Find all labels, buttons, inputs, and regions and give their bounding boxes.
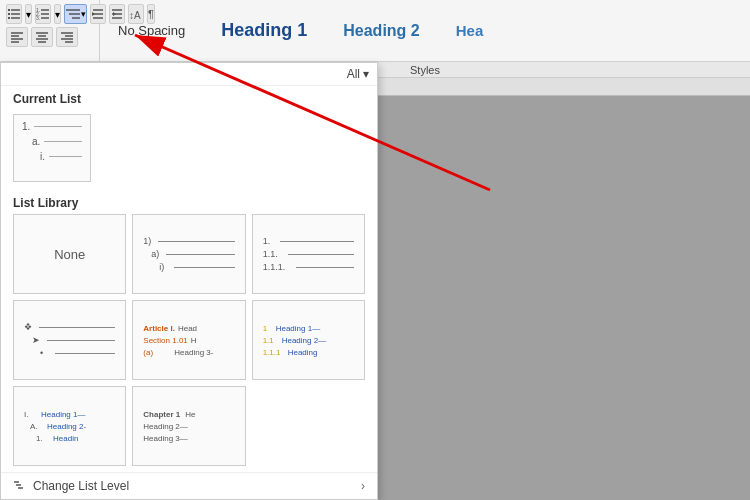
- lib-row-2n: 1.1.: [263, 249, 354, 259]
- toolbar-row-1: ▾ 1.2.3. ▾ ▾ ↕A ¶: [6, 4, 93, 24]
- ordered-list-dropdown[interactable]: ▾: [54, 4, 61, 24]
- library-item-legal[interactable]: Article I. Head Section 1.01 H (a) Headi…: [132, 300, 245, 380]
- current-list-area: 1. a. i.: [1, 110, 377, 190]
- lib-row-hn3: 1.1.1 Heading: [263, 348, 354, 357]
- library-grid: None 1) a) i): [13, 214, 365, 466]
- lib-row-r2: A. Heading 2-: [30, 422, 115, 431]
- library-item-alpha[interactable]: 1) a) i): [132, 214, 245, 294]
- library-item-chapter[interactable]: Chapter 1 He Heading 2— Heading 3—: [132, 386, 245, 466]
- lib-row-hn2: 1.1 Heading 2—: [263, 336, 354, 345]
- all-filter-btn[interactable]: All ▾: [347, 67, 369, 81]
- lib-row-2a: a): [151, 249, 234, 259]
- list-line-1: 1.: [22, 121, 82, 132]
- style-heading3[interactable]: Hea: [448, 20, 492, 41]
- lib-row-r1: I. Heading 1—: [24, 410, 115, 419]
- align-left-btn[interactable]: [6, 27, 28, 47]
- current-list-title: Current List: [1, 86, 377, 110]
- lib-row-l1: Article I. Head: [143, 324, 234, 333]
- lib-row-c1: Chapter 1 He: [143, 410, 234, 419]
- toolbar-row-2: [6, 27, 93, 47]
- lib-row-3n: 1.1.1.: [263, 262, 354, 272]
- lib-row-r3: 1. Headin: [36, 434, 115, 443]
- chevron-right-icon: ›: [361, 479, 365, 493]
- list-toolbar: ▾ 1.2.3. ▾ ▾ ↕A ¶: [0, 0, 100, 61]
- style-heading1[interactable]: Heading 1: [213, 18, 315, 43]
- list-line-3: i.: [40, 151, 82, 162]
- lib-row-b3: •: [40, 348, 115, 358]
- ordered-list-btn[interactable]: 1.2.3.: [35, 4, 51, 24]
- current-list-box[interactable]: 1. a. i.: [13, 114, 91, 182]
- svg-marker-18: [92, 12, 95, 16]
- lib-row-b2: ➤: [32, 335, 115, 345]
- lib-row-1a: 1): [143, 236, 234, 246]
- change-level-icon: [13, 480, 27, 492]
- unordered-list-btn[interactable]: [6, 4, 22, 24]
- align-right-btn[interactable]: [56, 27, 78, 47]
- dropdown-header: All ▾: [1, 63, 377, 86]
- style-heading2[interactable]: Heading 2: [335, 20, 427, 42]
- filter-dropdown-arrow: ▾: [363, 67, 369, 81]
- multilevel-list-btn[interactable]: ▾: [64, 4, 87, 24]
- svg-rect-5: [8, 17, 10, 19]
- library-item-none[interactable]: None: [13, 214, 126, 294]
- toolbar: ▾ 1.2.3. ▾ ▾ ↕A ¶: [0, 0, 750, 62]
- svg-text:3.: 3.: [36, 15, 40, 20]
- unordered-list-dropdown[interactable]: ▾: [25, 4, 32, 24]
- lib-row-l3: (a) Heading 3-: [143, 348, 234, 357]
- multilevel-list-dropdown: All ▾ Current List 1. a. i. List Library: [0, 62, 378, 500]
- style-no-spacing[interactable]: No Spacing: [110, 21, 193, 40]
- library-item-bullets[interactable]: ❖ ➤ •: [13, 300, 126, 380]
- library-item-numeric[interactable]: 1. 1.1. 1.1.1.: [252, 214, 365, 294]
- styles-ribbon: No Spacing Heading 1 Heading 2 Hea: [100, 0, 750, 61]
- svg-rect-3: [8, 9, 10, 11]
- lib-row-l2: Section 1.01 H: [143, 336, 234, 345]
- change-list-level-btn[interactable]: Change List Level ›: [1, 472, 377, 499]
- lib-row-b1: ❖: [24, 322, 115, 332]
- lib-row-c3: Heading 3—: [143, 434, 234, 443]
- svg-rect-4: [8, 13, 10, 15]
- list-line-2: a.: [32, 136, 82, 147]
- lib-row-hn1: 1 Heading 1—: [263, 324, 354, 333]
- lib-row-c2: Heading 2—: [143, 422, 234, 431]
- lib-row-1n: 1.: [263, 236, 354, 246]
- library-item-heading-num[interactable]: 1 Heading 1— 1.1 Heading 2— 1.1.1 Headin…: [252, 300, 365, 380]
- styles-area: No Spacing Heading 1 Heading 2 Hea: [100, 0, 750, 61]
- list-library-title: List Library: [1, 190, 377, 214]
- library-item-roman[interactable]: I. Heading 1— A. Heading 2- 1. Headin: [13, 386, 126, 466]
- lib-row-3a: i): [159, 262, 234, 272]
- list-library-area: None 1) a) i): [1, 214, 377, 472]
- align-center-btn[interactable]: [31, 27, 53, 47]
